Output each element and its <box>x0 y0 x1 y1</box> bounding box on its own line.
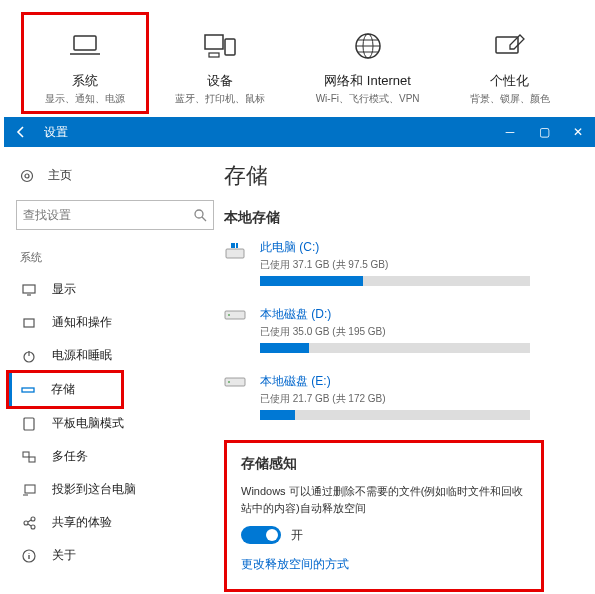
main-pane: 存储 本地存储 此电脑 (C:) 已使用 37.1 GB (共 97.5 GB)… <box>224 147 595 594</box>
category-network[interactable]: 网络和 Internet Wi-Fi、飞行模式、VPN <box>316 28 420 106</box>
svg-rect-22 <box>226 249 244 258</box>
svg-point-20 <box>31 525 35 529</box>
drive-name: 本地磁盘 (D:) <box>260 306 530 323</box>
back-button[interactable] <box>4 117 38 147</box>
sidebar-item-storage[interactable]: 存储 <box>9 373 121 406</box>
svg-rect-10 <box>23 285 35 293</box>
search-placeholder: 查找设置 <box>23 207 71 224</box>
svg-rect-2 <box>225 39 235 55</box>
sidebar-item-label: 平板电脑模式 <box>52 415 124 432</box>
usage-bar <box>260 343 530 353</box>
sidebar-item-label: 存储 <box>51 381 75 398</box>
page-title: 存储 <box>224 161 571 191</box>
sidebar-item-label: 共享的体验 <box>52 514 112 531</box>
drive-d[interactable]: 本地磁盘 (D:) 已使用 35.0 GB (共 195 GB) <box>224 306 571 353</box>
svg-rect-11 <box>24 319 34 327</box>
svg-point-28 <box>228 381 230 383</box>
sidebar-item-label: 显示 <box>52 281 76 298</box>
change-free-space-link[interactable]: 更改释放空间的方式 <box>241 556 527 573</box>
drive-usage: 已使用 37.1 GB (共 97.5 GB) <box>260 258 530 272</box>
multitask-icon <box>20 451 38 463</box>
sidebar: 主页 查找设置 系统 显示 通知和操作 电源和睡眠 <box>4 147 224 594</box>
category-title: 网络和 Internet <box>316 72 420 90</box>
category-system[interactable]: 系统 显示、通知、电源 <box>45 28 125 106</box>
settings-window: 设置 ─ ▢ ✕ 主页 查找设置 系统 显示 <box>4 117 595 594</box>
sidebar-section-label: 系统 <box>10 246 224 273</box>
hdd-icon <box>224 373 250 389</box>
category-sub: 蓝牙、打印机、鼠标 <box>175 92 265 106</box>
svg-point-19 <box>31 517 35 521</box>
svg-rect-17 <box>25 485 35 493</box>
close-button[interactable]: ✕ <box>561 117 595 147</box>
svg-point-26 <box>228 314 230 316</box>
sidebar-item-label: 投影到这台电脑 <box>52 481 136 498</box>
sidebar-item-label: 关于 <box>52 547 76 564</box>
svg-rect-24 <box>236 243 238 248</box>
svg-point-18 <box>24 521 28 525</box>
tablet-icon <box>20 417 38 431</box>
maximize-button[interactable]: ▢ <box>527 117 561 147</box>
usage-bar <box>260 276 530 286</box>
sidebar-item-multitask[interactable]: 多任务 <box>10 440 224 473</box>
svg-rect-23 <box>231 243 235 248</box>
svg-rect-15 <box>23 452 29 457</box>
local-storage-heading: 本地存储 <box>224 209 571 227</box>
sidebar-item-notifications[interactable]: 通知和操作 <box>10 306 224 339</box>
notifications-icon <box>20 317 38 329</box>
usage-bar <box>260 410 530 420</box>
svg-rect-1 <box>205 35 223 49</box>
svg-point-7 <box>22 170 33 181</box>
sidebar-item-label: 通知和操作 <box>52 314 112 331</box>
sidebar-item-project[interactable]: 投影到这台电脑 <box>10 473 224 506</box>
personalize-icon <box>470 28 550 64</box>
search-input[interactable]: 查找设置 <box>16 200 214 230</box>
share-icon <box>20 516 38 530</box>
sidebar-item-tablet[interactable]: 平板电脑模式 <box>10 407 224 440</box>
sidebar-item-label: 电源和睡眠 <box>52 347 112 364</box>
c-drive-icon <box>224 239 250 261</box>
sidebar-item-power[interactable]: 电源和睡眠 <box>10 339 224 372</box>
drive-usage: 已使用 21.7 GB (共 172 GB) <box>260 392 530 406</box>
sidebar-home[interactable]: 主页 <box>10 161 224 190</box>
svg-point-8 <box>25 174 29 178</box>
drive-name: 此电脑 (C:) <box>260 239 530 256</box>
project-icon <box>20 484 38 496</box>
storage-icon <box>19 385 37 395</box>
category-title: 设备 <box>175 72 265 90</box>
svg-point-9 <box>195 210 203 218</box>
storage-sense-section: 存储感知 Windows 可以通过删除不需要的文件(例如临时文件和回收站中的内容… <box>224 440 544 592</box>
globe-icon <box>316 28 420 64</box>
power-icon <box>20 349 38 363</box>
category-sub: 背景、锁屏、颜色 <box>470 92 550 106</box>
storage-sense-description: Windows 可以通过删除不需要的文件(例如临时文件和回收站中的内容)自动释放… <box>241 483 527 516</box>
drive-name: 本地磁盘 (E:) <box>260 373 530 390</box>
drive-e[interactable]: 本地磁盘 (E:) 已使用 21.7 GB (共 172 GB) <box>224 373 571 420</box>
minimize-button[interactable]: ─ <box>493 117 527 147</box>
category-title: 个性化 <box>470 72 550 90</box>
about-icon <box>20 549 38 563</box>
sidebar-item-display[interactable]: 显示 <box>10 273 224 306</box>
hdd-icon <box>224 306 250 322</box>
devices-icon <box>175 28 265 64</box>
svg-rect-14 <box>24 418 34 430</box>
svg-rect-16 <box>29 457 35 462</box>
svg-rect-3 <box>209 53 219 57</box>
drive-usage: 已使用 35.0 GB (共 195 GB) <box>260 325 530 339</box>
gear-icon <box>20 169 36 183</box>
settings-categories: 系统 显示、通知、电源 设备 蓝牙、打印机、鼠标 网络和 Internet Wi… <box>0 0 595 122</box>
storage-sense-toggle[interactable]: 开 <box>241 526 527 544</box>
toggle-label: 开 <box>291 527 303 544</box>
storage-sense-heading: 存储感知 <box>241 455 527 473</box>
sidebar-item-about[interactable]: 关于 <box>10 539 224 572</box>
svg-rect-13 <box>22 388 34 392</box>
category-devices[interactable]: 设备 蓝牙、打印机、鼠标 <box>175 28 265 106</box>
search-icon <box>193 208 207 222</box>
drive-c[interactable]: 此电脑 (C:) 已使用 37.1 GB (共 97.5 GB) <box>224 239 571 286</box>
titlebar: 设置 ─ ▢ ✕ <box>4 117 595 147</box>
sidebar-item-label: 多任务 <box>52 448 88 465</box>
home-label: 主页 <box>48 167 72 184</box>
category-sub: Wi-Fi、飞行模式、VPN <box>316 92 420 106</box>
window-title: 设置 <box>38 124 493 141</box>
sidebar-item-shared[interactable]: 共享的体验 <box>10 506 224 539</box>
category-personalization[interactable]: 个性化 背景、锁屏、颜色 <box>470 28 550 106</box>
